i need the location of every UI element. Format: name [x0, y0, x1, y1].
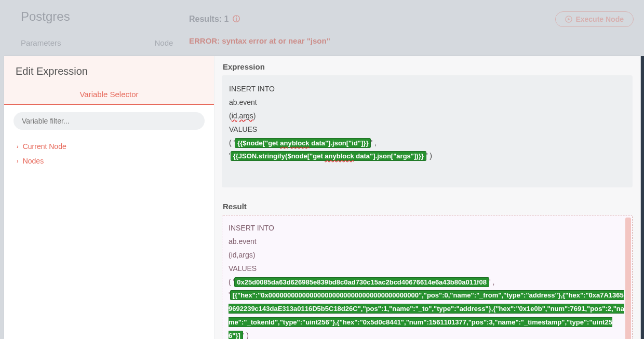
expr-line: (id,args)	[229, 110, 625, 123]
right-edge-strip	[641, 56, 644, 339]
expression-token[interactable]: {{JSON.stringify($node["get anyblock dat…	[231, 151, 426, 161]
expr-line: '{{JSON.stringify($node["get anyblock da…	[229, 150, 625, 163]
tree-item-nodes[interactable]: › Nodes	[14, 154, 205, 168]
expression-pane: Expression INSERT INTO ab.event (id,args…	[214, 56, 640, 339]
tab-variable-selector[interactable]: Variable Selector	[4, 85, 214, 105]
result-line: ( '0x25d0085da63d626985e839bd8c0ad730c15…	[229, 278, 494, 286]
variable-selector-pane: Edit Expression Variable Selector › Curr…	[4, 56, 214, 339]
expr-line: ab.event	[229, 96, 625, 110]
result-token: 0x25d0085da63d626985e839bd8c0ad730c15ac2…	[234, 277, 489, 287]
result-line: ab.event	[229, 237, 257, 246]
expression-editor[interactable]: INSERT INTO ab.event (id,args) VALUES ( …	[222, 75, 633, 187]
expression-token[interactable]: {{$node["get anyblock data"].json["id"]}…	[235, 138, 371, 148]
expr-line: VALUES	[229, 123, 625, 137]
result-token: [{"hex":"0x00000000000000000000000000000…	[229, 290, 624, 339]
expr-line: ( '{{$node["get anyblock data"].json["id…	[229, 137, 625, 150]
edit-expression-modal: Edit Expression Variable Selector › Curr…	[4, 56, 640, 339]
result-line: INSERT INTO	[229, 224, 274, 232]
chevron-right-icon: ›	[17, 143, 19, 150]
tree-item-label: Nodes	[23, 157, 44, 165]
result-line: VALUES	[229, 264, 257, 273]
result-line: (id,args)	[229, 251, 255, 259]
scrollbar[interactable]	[625, 218, 631, 339]
result-output[interactable]: INSERT INTO ab.event (id,args) VALUES ( …	[222, 215, 633, 339]
tree-item-current-node[interactable]: › Current Node	[14, 139, 205, 154]
result-line: '[{"hex":"0x0000000000000000000000000000…	[229, 291, 624, 339]
expr-line: INSERT INTO	[229, 83, 625, 96]
result-label: Result	[222, 196, 633, 215]
chevron-right-icon: ›	[17, 158, 19, 164]
modal-title: Edit Expression	[16, 65, 203, 77]
tree-item-label: Current Node	[23, 142, 66, 151]
variable-filter-input[interactable]	[14, 112, 205, 130]
expression-label: Expression	[214, 56, 640, 75]
